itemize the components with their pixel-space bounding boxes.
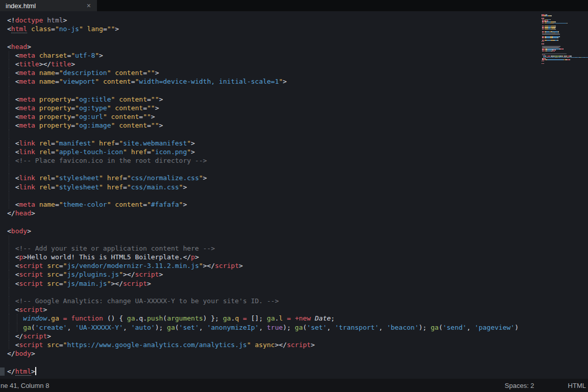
indent-guide xyxy=(9,139,9,148)
indent-guide xyxy=(9,244,9,253)
code-line[interactable] xyxy=(0,33,588,42)
code-line[interactable]: </html> xyxy=(0,367,588,376)
code-token: content xyxy=(115,69,143,77)
code-line[interactable]: <!-- Add your site or application conten… xyxy=(0,244,588,253)
code-line[interactable]: <!-- Google Analytics: change UA-XXXXX-Y… xyxy=(0,297,588,305)
code-token: 'auto' xyxy=(131,324,155,331)
code-line[interactable]: </head> xyxy=(0,209,588,217)
code-line[interactable]: ga('create', 'UA-XXXXX-Y', 'auto'); ga('… xyxy=(0,323,588,332)
code-token: > xyxy=(195,253,199,261)
code-token: 'pageview' xyxy=(475,324,514,331)
code-line[interactable]: <body> xyxy=(0,227,588,235)
code-line[interactable]: <meta charset="utf-8"> xyxy=(0,51,588,60)
code-token: property xyxy=(39,95,71,103)
indentation-setting[interactable]: Spaces: 2 xyxy=(505,382,534,389)
code-line[interactable]: <script src="https://www.google-analytic… xyxy=(0,340,588,349)
indent-guide xyxy=(9,200,9,209)
code-token: = xyxy=(51,148,55,156)
code-line[interactable] xyxy=(0,191,588,200)
code-token: "" xyxy=(147,104,155,112)
code-token: ga xyxy=(223,314,231,322)
code-line[interactable]: <script> xyxy=(0,305,588,314)
indent-guide xyxy=(9,86,9,95)
code-line[interactable] xyxy=(0,217,588,226)
code-line[interactable]: <link rel="stylesheet" href="css/main.cs… xyxy=(0,183,588,191)
code-token: q xyxy=(235,314,239,322)
code-line[interactable]: <script src="js/main.js"></script> xyxy=(0,279,588,288)
code-line[interactable]: <head> xyxy=(0,42,588,51)
code-line[interactable] xyxy=(0,165,588,174)
code-token xyxy=(7,324,23,331)
code-line[interactable] xyxy=(0,235,588,244)
code-line[interactable]: <meta property="og:url" content=""> xyxy=(0,112,588,121)
code-line[interactable]: <script src="js/vendor/modernizr-3.11.2.… xyxy=(0,261,588,270)
code-token: " xyxy=(123,148,127,156)
code-token: < xyxy=(7,227,11,235)
code-token: property xyxy=(39,113,71,120)
code-token xyxy=(239,314,243,322)
code-line[interactable]: <title></title> xyxy=(0,60,588,68)
code-token: = xyxy=(59,280,63,287)
cursor-position[interactable]: ne 41, Column 8 xyxy=(0,382,49,389)
code-area[interactable]: <!doctype html><html class="no-js" lang=… xyxy=(0,11,588,379)
code-token: script xyxy=(215,262,239,270)
code-token xyxy=(291,314,295,322)
code-token: = xyxy=(103,25,107,33)
code-token: " xyxy=(107,280,111,287)
code-line[interactable]: <meta property="og:title" content=""> xyxy=(0,95,588,104)
code-line[interactable]: <link rel="manifest" href="site.webmanif… xyxy=(0,139,588,148)
code-line[interactable]: <meta name="viewport" content="width=dev… xyxy=(0,77,588,86)
code-line[interactable]: window.ga = function () { ga.q.push(argu… xyxy=(0,314,588,323)
close-icon[interactable]: × xyxy=(86,2,92,9)
minimap[interactable] xyxy=(542,14,587,64)
code-token: = xyxy=(143,69,147,77)
code-token: > xyxy=(155,69,159,77)
code-token: theme-color xyxy=(63,201,107,208)
code-line[interactable]: <meta property="og:image" content=""> xyxy=(0,121,588,130)
indent-guide xyxy=(9,279,9,288)
code-line[interactable]: <!-- Place favicon.ico in the root direc… xyxy=(0,156,588,165)
code-token: new xyxy=(299,314,310,322)
code-line[interactable]: <meta name="theme-color" content="#fafaf… xyxy=(0,200,588,209)
indent-guide xyxy=(9,183,9,191)
code-line[interactable] xyxy=(0,130,588,138)
code-token xyxy=(35,113,39,120)
code-line[interactable]: <script src="js/plugins.js"></script> xyxy=(0,270,588,279)
code-token: Date xyxy=(315,314,331,322)
code-line[interactable] xyxy=(0,288,588,297)
indent-guide xyxy=(9,156,9,165)
code-token: > xyxy=(159,121,163,129)
code-token xyxy=(35,78,39,85)
code-token: = xyxy=(59,341,63,349)
code-token: ga xyxy=(51,314,59,322)
code-token: meta xyxy=(19,52,35,59)
code-line[interactable]: <link rel="apple-touch-icon" href="icon.… xyxy=(0,148,588,156)
code-token: () { xyxy=(103,314,127,322)
code-token: < xyxy=(7,25,11,33)
code-token: script xyxy=(123,280,147,287)
code-token: <!-- Place favicon.ico in the root direc… xyxy=(15,157,207,164)
code-line[interactable]: <!doctype html> xyxy=(0,16,588,24)
code-token: content xyxy=(103,78,131,85)
indent-guide xyxy=(9,297,9,305)
code-token xyxy=(35,52,39,59)
code-token: " xyxy=(199,174,203,182)
code-token: , xyxy=(379,324,387,331)
code-line[interactable]: <link rel="stylesheet" href="css/normali… xyxy=(0,174,588,182)
code-line[interactable]: <p>Hello world! This is HTML5 Boilerplat… xyxy=(0,253,588,261)
code-line[interactable]: </body> xyxy=(0,349,588,358)
code-line[interactable] xyxy=(0,358,588,366)
tab-index-html[interactable]: index.html × xyxy=(0,0,97,11)
code-token: src xyxy=(47,262,59,270)
editor-pane[interactable]: <!doctype html><html class="no-js" lang=… xyxy=(0,11,588,379)
indent-guide xyxy=(9,174,9,182)
tab-bar: index.html × xyxy=(0,0,588,11)
syntax-selector[interactable]: HTML xyxy=(568,382,586,389)
code-token: ); xyxy=(155,324,167,331)
code-line[interactable]: <meta name="description" content=""> xyxy=(0,68,588,77)
code-token: meta xyxy=(19,95,35,103)
code-line[interactable] xyxy=(0,86,588,95)
code-line[interactable]: <html class="no-js" lang=""> xyxy=(0,24,588,33)
code-line[interactable]: </script> xyxy=(0,332,588,340)
code-line[interactable]: <meta property="og:type" content=""> xyxy=(0,104,588,112)
